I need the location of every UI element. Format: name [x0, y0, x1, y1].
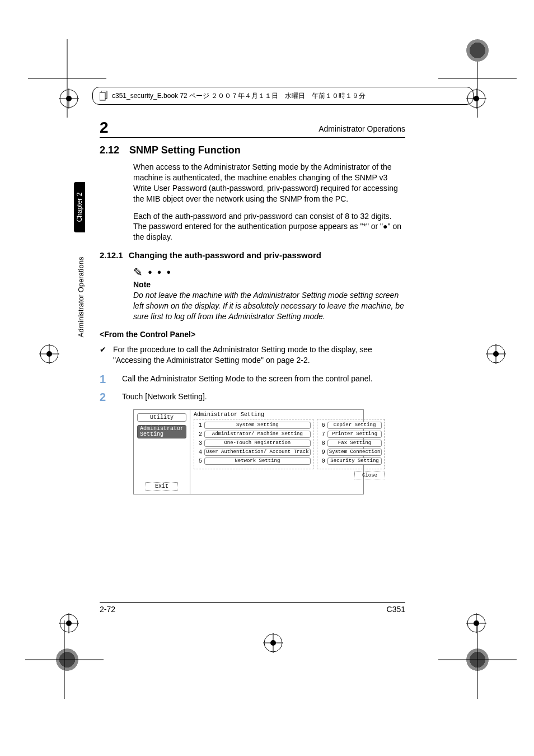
crosshair-icon: [438, 620, 517, 699]
paragraph: Each of the auth-password and priv-passw…: [133, 211, 406, 243]
menu-button: User Authentication/ Account Track: [204, 449, 311, 456]
menu-button: System Setting: [204, 422, 311, 429]
print-header-text: c351_security_E.book 72 ページ ２００７年４月１１日 水…: [112, 91, 366, 101]
utility-tab: Utility: [137, 413, 186, 422]
close-button: Close: [354, 472, 385, 479]
side-section-label: Administrator Operations: [77, 246, 85, 347]
menu-button: Administrator/ Machine Setting: [204, 431, 311, 438]
checklist-text: For the procedure to call the Administra…: [113, 344, 406, 366]
section-title: SNMP Setting Function: [129, 144, 241, 156]
menu-num: 7: [320, 431, 325, 437]
check-icon: ✔: [100, 344, 107, 366]
menu-num: 9: [320, 449, 325, 455]
menu-button: Network Setting: [204, 458, 311, 465]
page-footer: 2-72 C351: [100, 602, 405, 614]
print-header: c351_security_E.book 72 ページ ２００７年４月１１日 水…: [92, 87, 474, 105]
paragraph: When access to the Administrator Setting…: [133, 162, 406, 204]
menu-num: 8: [320, 440, 325, 446]
chapter-number: 2: [100, 119, 109, 137]
pages-icon: [100, 91, 107, 101]
menu-num: 2: [196, 431, 202, 437]
print-mark-icon: [39, 344, 59, 364]
menu-button: Copier Setting: [327, 422, 382, 429]
menu-column-right: 6Copier Setting 7Printer Setting 8Fax Se…: [317, 419, 385, 469]
print-mark-icon: [486, 344, 506, 364]
register-dot-icon: [466, 39, 489, 62]
menu-column-left: 1System Setting 2Administrator/ Machine …: [194, 419, 313, 469]
side-section-label-text: Administrator Operations: [77, 256, 86, 337]
svg-rect-29: [100, 92, 105, 100]
header-section-title: Administrator Operations: [318, 124, 405, 133]
crosshair-icon: [28, 39, 106, 118]
menu-num: 3: [196, 440, 202, 446]
page-number: 2-72: [100, 605, 115, 614]
subsection-number: 2.12.1: [100, 250, 123, 260]
menu-num: 1: [196, 422, 202, 428]
section-number: 2.12: [100, 144, 119, 156]
panel-screenshot: Utility Administrator Setting Exit Admin…: [133, 409, 364, 494]
chapter-tab: Chapter 2: [74, 182, 85, 232]
print-mark-icon: [263, 633, 283, 653]
menu-num: 5: [196, 458, 202, 464]
header-rule: [100, 137, 405, 138]
model-number: C351: [387, 605, 405, 614]
note-icon: ✎ • • •: [133, 265, 406, 279]
section-heading: 2.12 SNMP Setting Function: [100, 144, 406, 156]
admin-setting-tab: Administrator Setting: [137, 425, 186, 438]
checklist-item: ✔ For the procedure to call the Administ…: [100, 344, 406, 366]
menu-button: Security Setting: [327, 458, 382, 465]
menu-num: 6: [320, 422, 325, 428]
step-text: Call the Administrator Setting Mode to t…: [122, 374, 406, 385]
note-label: Note: [133, 280, 406, 289]
crosshair-icon: [25, 620, 104, 699]
sub-heading: <From the Control Panel>: [100, 330, 406, 339]
menu-num: 0: [320, 458, 325, 464]
subsection-heading: 2.12.1 Changing the auth-password and pr…: [100, 250, 406, 260]
step: 2 Touch [Network Setting].: [100, 391, 406, 403]
step-text: Touch [Network Setting].: [122, 391, 406, 403]
page-content: 2.12 SNMP Setting Function When access t…: [100, 144, 406, 494]
subsection-title: Changing the auth-password and priv-pass…: [129, 250, 321, 260]
step-number: 2: [100, 391, 112, 403]
step: 1 Call the Administrator Setting Mode to…: [100, 374, 406, 385]
menu-button: Fax Setting: [327, 440, 382, 447]
menu-button: Printer Setting: [327, 431, 382, 438]
step-number: 1: [100, 374, 112, 385]
exit-button: Exit: [146, 482, 178, 491]
menu-button: System Connection: [327, 449, 382, 456]
menu-button: One-Touch Registration: [204, 440, 311, 447]
chapter-tab-label: Chapter 2: [76, 193, 83, 222]
panel-title: Administrator Setting: [194, 412, 385, 418]
note-body: Do not leave the machine with the Admini…: [133, 290, 406, 322]
menu-num: 4: [196, 449, 202, 455]
